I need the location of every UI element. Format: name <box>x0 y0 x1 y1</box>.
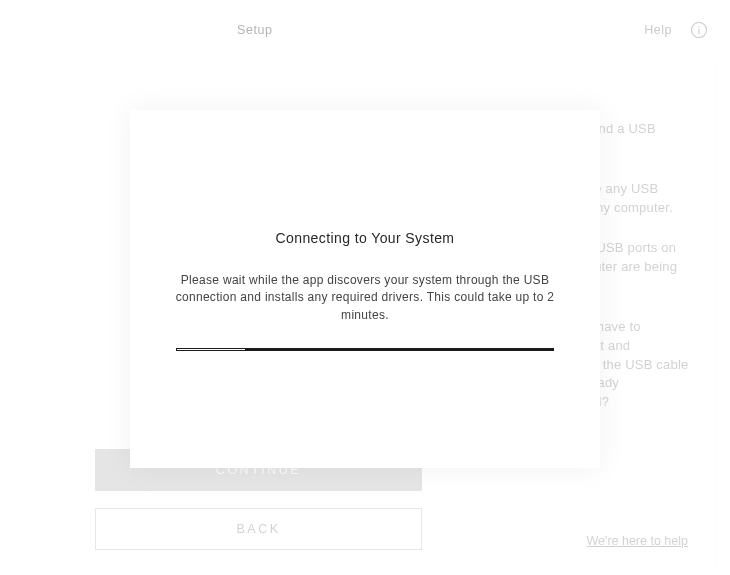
progress-bar <box>176 348 554 351</box>
modal-title: Connecting to Your System <box>276 230 455 246</box>
modal-body: Please wait while the app discovers your… <box>175 272 555 324</box>
progress-fill <box>177 349 245 350</box>
connecting-modal: Connecting to Your System Please wait wh… <box>130 110 600 468</box>
